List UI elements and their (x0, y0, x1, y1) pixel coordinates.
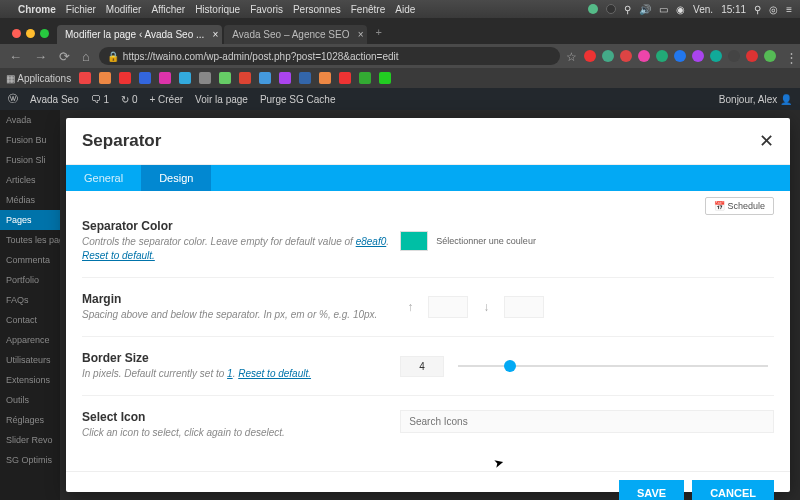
obs-icon[interactable] (606, 4, 616, 14)
avatar-icon[interactable] (764, 50, 776, 62)
bookmark-star-icon[interactable]: ☆ (566, 50, 578, 62)
cancel-button[interactable]: CANCEL (692, 480, 774, 500)
menu-modifier[interactable]: Modifier (106, 4, 142, 15)
sidebar-item[interactable]: Slider Revo (0, 430, 60, 450)
color-picker-label[interactable]: Sélectionner une couleur (436, 236, 536, 246)
new-content[interactable]: + Créer (149, 94, 183, 105)
border-slider[interactable] (458, 365, 768, 367)
sidebar-item[interactable]: Utilisateurs (0, 350, 60, 370)
greeting[interactable]: Bonjour, Alex 👤 (719, 94, 792, 105)
url-bar[interactable]: 🔒 https://twaino.com/wp-admin/post.php?p… (99, 47, 560, 65)
border-default-link[interactable]: 1 (227, 368, 233, 379)
menu-personnes[interactable]: Personnes (293, 4, 341, 15)
bookmark-icon[interactable] (339, 72, 351, 84)
forward-button[interactable]: → (31, 49, 50, 64)
home-button[interactable]: ⌂ (79, 49, 93, 64)
ext-icon[interactable] (602, 50, 614, 62)
ext-icon[interactable] (728, 50, 740, 62)
sidebar-item[interactable]: Avada (0, 110, 60, 130)
margin-top-input[interactable] (428, 296, 468, 318)
menu-fichier[interactable]: Fichier (66, 4, 96, 15)
sidebar-item[interactable]: Contact (0, 310, 60, 330)
reset-link[interactable]: Reset to default. (238, 368, 311, 379)
ext-icon[interactable] (746, 50, 758, 62)
ext-icon[interactable] (656, 50, 668, 62)
bookmark-icon[interactable] (79, 72, 91, 84)
color-swatch[interactable] (400, 231, 428, 251)
sidebar-item[interactable]: Pages (0, 210, 60, 230)
menu-icon[interactable]: ≡ (786, 4, 792, 15)
tab-design[interactable]: Design (141, 165, 211, 191)
wifi-icon[interactable]: ⚲ (624, 4, 631, 15)
menu-fenetre[interactable]: Fenêtre (351, 4, 385, 15)
tab-general[interactable]: General (66, 165, 141, 191)
sidebar-item[interactable]: Apparence (0, 330, 60, 350)
save-button[interactable]: SAVE (619, 480, 684, 500)
purge-cache[interactable]: Purge SG Cache (260, 94, 336, 105)
window-controls[interactable] (6, 29, 55, 44)
bookmark-icon[interactable] (259, 72, 271, 84)
sidebar-item[interactable]: FAQs (0, 290, 60, 310)
bookmark-icon[interactable] (139, 72, 151, 84)
menu-favoris[interactable]: Favoris (250, 4, 283, 15)
schedule-button[interactable]: 📅 Schedule (705, 197, 774, 215)
sidebar-item[interactable]: Médias (0, 190, 60, 210)
sidebar-item[interactable]: Portfolio (0, 270, 60, 290)
bookmark-icon[interactable] (359, 72, 371, 84)
ext-icon[interactable] (692, 50, 704, 62)
wifi-signal-icon[interactable]: ◉ (676, 4, 685, 15)
chrome-menu-icon[interactable]: ⋮ (782, 50, 794, 62)
bookmark-icon[interactable] (379, 72, 391, 84)
updates-count[interactable]: ↻ 0 (121, 94, 137, 105)
search-icons-input[interactable] (400, 410, 774, 433)
app-name[interactable]: Chrome (18, 4, 56, 15)
sidebar-item[interactable]: Articles (0, 170, 60, 190)
sidebar-item[interactable]: Toutes les pag (0, 230, 60, 250)
bookmark-icon[interactable] (279, 72, 291, 84)
apps-button[interactable]: ▦ Applications (6, 73, 71, 84)
sidebar-item[interactable]: Outils (0, 390, 60, 410)
battery-icon[interactable]: ▭ (659, 4, 668, 15)
close-tab-icon[interactable]: × (213, 29, 219, 40)
bookmark-icon[interactable] (239, 72, 251, 84)
site-name[interactable]: Avada Seo (30, 94, 79, 105)
bookmark-icon[interactable] (99, 72, 111, 84)
ext-icon[interactable] (584, 50, 596, 62)
sidebar-item[interactable]: Extensions (0, 370, 60, 390)
back-button[interactable]: ← (6, 49, 25, 64)
slider-thumb[interactable] (504, 360, 516, 372)
sidebar-item[interactable]: SG Optimis (0, 450, 60, 470)
default-color-link[interactable]: e8eaf0 (356, 236, 387, 247)
close-tab-icon[interactable]: × (358, 29, 364, 40)
close-button[interactable]: ✕ (759, 130, 774, 152)
wp-logo-icon[interactable]: ⓦ (8, 92, 18, 106)
tab-active[interactable]: Modifier la page ‹ Avada Seo ... × (57, 25, 222, 44)
border-value-box[interactable]: 4 (400, 356, 444, 377)
siri-icon[interactable]: ◎ (769, 4, 778, 15)
new-tab-button[interactable]: + (369, 26, 387, 44)
status-icon[interactable] (588, 4, 598, 14)
menu-historique[interactable]: Historique (195, 4, 240, 15)
ext-icon[interactable] (638, 50, 650, 62)
margin-bottom-input[interactable] (504, 296, 544, 318)
menu-aide[interactable]: Aide (395, 4, 415, 15)
bookmark-icon[interactable] (179, 72, 191, 84)
tab-inactive[interactable]: Avada Seo – Agence SEO × (224, 25, 367, 44)
comments-count[interactable]: 🗨 1 (91, 94, 109, 105)
bookmark-icon[interactable] (119, 72, 131, 84)
sidebar-item[interactable]: Commenta (0, 250, 60, 270)
view-page[interactable]: Voir la page (195, 94, 248, 105)
bookmark-icon[interactable] (299, 72, 311, 84)
bookmark-icon[interactable] (219, 72, 231, 84)
bookmark-icon[interactable] (319, 72, 331, 84)
bookmark-icon[interactable] (199, 72, 211, 84)
ext-icon[interactable] (710, 50, 722, 62)
ext-icon[interactable] (674, 50, 686, 62)
sidebar-item[interactable]: Fusion Bu (0, 130, 60, 150)
spotlight-icon[interactable]: ⚲ (754, 4, 761, 15)
menu-afficher[interactable]: Afficher (151, 4, 185, 15)
ext-icon[interactable] (620, 50, 632, 62)
bookmark-icon[interactable] (159, 72, 171, 84)
volume-icon[interactable]: 🔊 (639, 4, 651, 15)
reset-link[interactable]: Reset to default. (82, 250, 155, 261)
